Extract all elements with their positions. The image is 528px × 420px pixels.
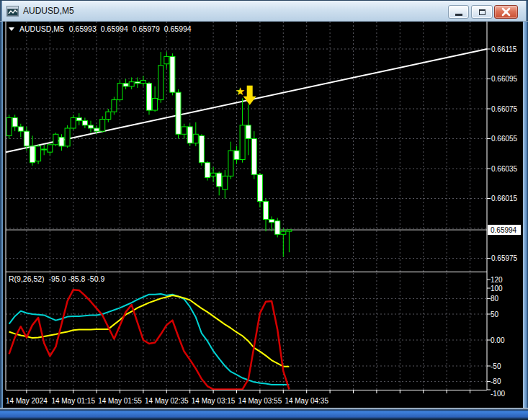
close-button[interactable] — [494, 5, 518, 19]
chart-canvas[interactable]: ★0.661150.660950.660750.660550.660350.66… — [0, 0, 528, 420]
indicator-axis-label: 0.00 — [491, 336, 505, 344]
candle-body — [36, 146, 41, 161]
grid — [6, 22, 487, 390]
time-axis-label: 14 May 2024 — [6, 397, 48, 405]
indicator-axis-label: 80 — [491, 295, 499, 303]
candle-body — [89, 125, 94, 128]
candle-body — [193, 134, 198, 143]
price-axis-label: 0.66115 — [491, 45, 517, 53]
candle-body — [112, 100, 117, 112]
indicator-axis-label: 50 — [491, 310, 499, 318]
candle-body — [53, 134, 58, 145]
minimize-button[interactable] — [448, 5, 469, 19]
symbol-dropdown-icon[interactable] — [9, 27, 14, 31]
candle-body — [24, 131, 29, 146]
price-axis-label: 0.66075 — [491, 105, 518, 113]
indicator-axis-label: 100 — [491, 285, 503, 292]
candle-body — [269, 220, 274, 223]
candle-body — [199, 135, 204, 162]
ohlc-close: 0.65994 — [164, 24, 192, 33]
chart-symbol-label: AUDUSD,M5 — [19, 24, 64, 33]
indicator-axis-label: -50 — [491, 362, 501, 370]
candle-body — [211, 173, 216, 176]
candle-body — [287, 230, 292, 231]
current-price-flag-text: 0.65994 — [491, 226, 517, 234]
close-icon — [495, 6, 517, 18]
terminal-chart-window: ★0.661150.660950.660750.660550.660350.66… — [0, 0, 528, 420]
candle-body — [251, 139, 256, 175]
indicator-name-label: R(9,26,52) — [9, 274, 45, 283]
candle-body — [140, 81, 146, 84]
candle-body — [158, 66, 164, 100]
price-axis-label: 0.66015 — [491, 195, 518, 202]
window-frame-right[interactable] — [523, 22, 528, 420]
ohlc-low: 0.65979 — [133, 24, 160, 33]
candle-body — [117, 84, 122, 100]
price-axis[interactable]: 0.661150.660950.660750.660550.660350.660… — [487, 45, 521, 263]
candle-body — [205, 163, 210, 178]
ohlc-high: 0.65994 — [101, 24, 128, 33]
candle-body — [18, 127, 23, 131]
candle-body — [123, 84, 128, 86]
candlesticks — [6, 52, 292, 256]
candle-body — [223, 176, 228, 189]
candle-body — [42, 149, 47, 150]
star-icon: ★ — [236, 85, 245, 97]
minimize-icon — [455, 14, 462, 16]
candle-body — [135, 82, 140, 84]
candle-body — [106, 112, 111, 119]
candle-body — [71, 117, 76, 128]
candle-body — [187, 127, 192, 143]
candle-body — [65, 128, 70, 146]
indicator-header: R(9,26,52) -95.0 -85.8 -50.9 — [9, 274, 104, 283]
window-title: AUDUSD,M5 — [23, 6, 74, 16]
indicator-axis-label: -80 — [491, 377, 501, 385]
candle-body — [164, 56, 169, 63]
price-axis-label: 0.66035 — [491, 165, 518, 173]
candle-body — [176, 92, 181, 134]
ohlc-open: 0.65993 — [69, 24, 97, 33]
candle-body — [30, 146, 35, 163]
time-axis-label: 14 May 01:55 — [98, 397, 142, 405]
candle-body — [100, 120, 105, 132]
candle-body — [234, 151, 239, 159]
price-axis-label: 0.66095 — [491, 75, 518, 83]
ohlc-header: AUDUSD,M5 0.65993 0.65994 0.65979 0.6599… — [9, 24, 192, 33]
time-axis[interactable]: 14 May 202414 May 01:1514 May 01:5514 Ma… — [6, 390, 470, 405]
restore-button[interactable] — [471, 5, 493, 19]
time-axis-label: 14 May 01:15 — [51, 397, 95, 405]
candle-body — [170, 56, 175, 92]
indicator-values-label: -95.0 -85.8 -50.9 — [49, 274, 105, 283]
candle-body — [275, 221, 280, 235]
candle-body — [94, 128, 99, 131]
candle-body — [48, 145, 53, 152]
time-axis-label: 14 May 03:55 — [238, 397, 282, 405]
candle-body — [257, 174, 262, 201]
candle-body — [82, 121, 87, 125]
candle-body — [228, 151, 233, 176]
app-chart-icon — [6, 6, 19, 17]
candle-body — [59, 137, 64, 146]
indicator-axis-label: -100 — [491, 390, 505, 398]
candle-body — [6, 117, 12, 135]
time-axis-label: 14 May 04:35 — [285, 397, 328, 405]
time-axis-label: 14 May 03:15 — [192, 397, 236, 405]
indicator-axis[interactable]: 12010080500.00-50-80-100 — [487, 276, 505, 398]
candle-body — [182, 127, 187, 134]
candle-body — [129, 82, 134, 86]
candle-body — [12, 117, 17, 126]
indicator-axis-label: 120 — [491, 276, 503, 284]
pane-frame — [6, 22, 487, 390]
title-bar[interactable]: AUDUSD,M5 — [0, 0, 528, 22]
restore-icon — [479, 9, 486, 15]
candle-body — [147, 84, 152, 110]
candle-body — [264, 202, 269, 220]
candle-body — [240, 125, 245, 160]
candle-body — [281, 231, 286, 234]
time-axis-label: 14 May 02:35 — [145, 397, 189, 405]
price-axis-label: 0.65975 — [491, 254, 518, 262]
candle-body — [153, 98, 158, 110]
price-axis-label: 0.66055 — [491, 135, 518, 143]
candle-body — [217, 173, 222, 187]
window-frame-left — [0, 22, 3, 420]
